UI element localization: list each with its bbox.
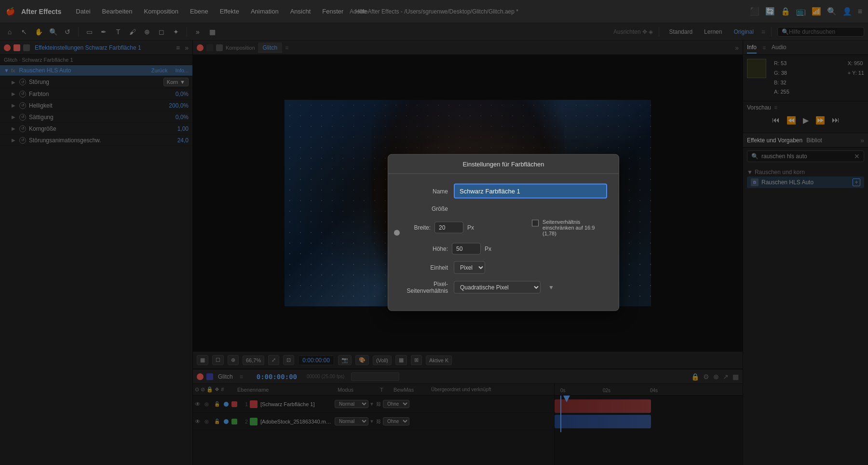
- dialog-aspect-checkbox[interactable]: [532, 220, 539, 227]
- dialog-unit-select[interactable]: Pixel: [454, 261, 485, 274]
- dialog-overlay[interactable]: Einstellungen für Farbflächen Name Größe…: [0, 0, 868, 465]
- dialog-height-label: Höhe:: [400, 246, 448, 252]
- dialog-title-bar: Einstellungen für Farbflächen: [388, 155, 619, 174]
- dialog-name-label: Name: [400, 188, 448, 194]
- dialog-pixel-aspect-arrow: ▼: [548, 284, 554, 291]
- dialog-body: Name Größe Breite: Px Seitenverhältnis e…: [388, 174, 619, 311]
- dialog-pixel-aspect-label: Pixel-Seitenverhältnis: [400, 281, 448, 294]
- dialog-unit-row: Einheit Pixel: [400, 261, 607, 274]
- dialog-name-input[interactable]: [454, 184, 607, 199]
- dialog-size-label: Größe: [400, 205, 448, 212]
- dialog-aspect-area: Seitenverhältnis einschränken auf 16:9 (…: [532, 219, 607, 236]
- dialog-size-header-row: Größe: [400, 205, 607, 212]
- dialog-height-row: Höhe: Px: [400, 243, 607, 255]
- dialog-width-row: Breite: Px Seitenverhältnis einschränken…: [400, 219, 607, 236]
- dialog-title-text: Einstellungen für Farbflächen: [462, 161, 544, 168]
- dialog-width-unit: Px: [467, 224, 474, 231]
- dialog-width-input[interactable]: [434, 222, 463, 233]
- dialog-pixel-aspect-select[interactable]: Quadratische Pixel: [454, 281, 541, 294]
- dialog-width-label: Breite:: [400, 224, 431, 231]
- dialog-pixel-aspect-row: Pixel-Seitenverhältnis Quadratische Pixe…: [400, 281, 607, 294]
- dialog-unit-label: Einheit: [400, 264, 448, 271]
- dialog-name-row: Name: [400, 184, 607, 199]
- dialog-height-unit: Px: [485, 246, 491, 252]
- dialog-height-input[interactable]: [452, 243, 481, 255]
- farbflachen-dialog: Einstellungen für Farbflächen Name Größe…: [388, 154, 619, 311]
- dialog-aspect-label: Seitenverhältnis einschränken auf 16:9 (…: [542, 219, 607, 236]
- dialog-close-indicator: [394, 230, 400, 235]
